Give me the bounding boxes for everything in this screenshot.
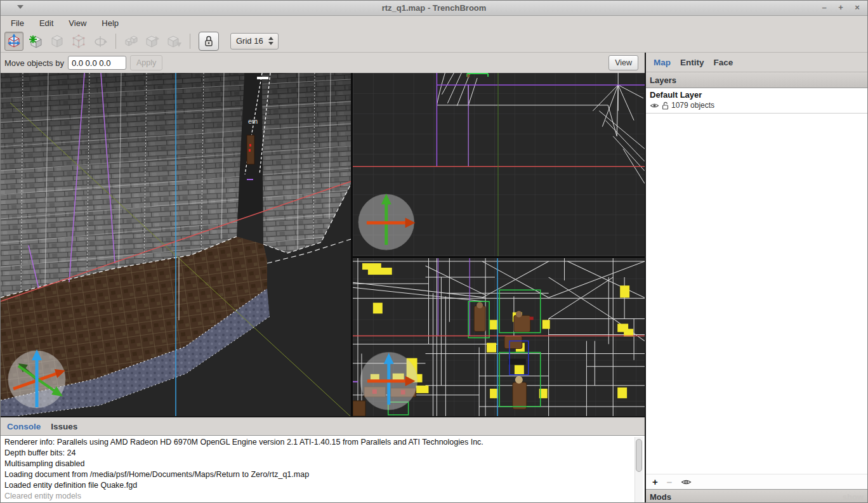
window-title: rtz_q1.map - TrenchBroom [1, 3, 867, 13]
move-objects-tool-button[interactable] [4, 32, 23, 51]
move-objects-label: Move objects by [4, 58, 64, 68]
entity-label-fragment: em [248, 117, 258, 125]
viewport-2d-top[interactable] [353, 73, 645, 256]
console-scrollbar[interactable] [635, 437, 643, 503]
vertex-tool-icon [71, 34, 86, 49]
viewport-3d[interactable]: em [1, 73, 351, 416]
clip-tool-button [48, 32, 67, 51]
grid-size-label: Grid 16 [231, 36, 266, 46]
console-line: Depth buffer bits: 24 [4, 448, 641, 459]
inspector-panel: Map Entity Face Layers Default Layer [645, 53, 867, 503]
tab-entity[interactable]: Entity [680, 58, 704, 67]
apply-button[interactable]: Apply [130, 55, 162, 70]
flip-vertical-tool-button [165, 32, 184, 51]
maximize-button[interactable]: + [836, 3, 846, 12]
vertex-tool-button [69, 32, 88, 51]
console-line: Multisampling disabled [4, 459, 641, 469]
console-output[interactable]: Renderer info: Parallels using AMD Radeo… [1, 435, 645, 503]
create-brush-tool-button[interactable] [26, 32, 45, 51]
toolbar: Grid 16 [1, 30, 867, 53]
layer-row-default[interactable]: Default Layer 1079 objects [646, 88, 867, 114]
mods-header-title: Mods [650, 492, 671, 502]
layers-header: Layers [646, 72, 867, 88]
rotate-tool-button [91, 32, 110, 51]
toolbar-separator [115, 34, 116, 49]
action-bar: Move objects by Apply View [1, 53, 645, 73]
create-brush-tool-icon [28, 34, 43, 49]
flip-horizontal-icon [145, 34, 161, 49]
viewport-area: em [1, 73, 645, 416]
tab-console[interactable]: Console [7, 422, 41, 431]
menu-help[interactable]: Help [94, 17, 126, 29]
add-layer-button[interactable]: + [652, 478, 658, 487]
titlebar[interactable]: rtz_q1.map - TrenchBroom – + × [1, 1, 867, 16]
layer-list[interactable]: Default Layer 1079 objects [646, 88, 867, 474]
console-line: Loading document from /media/psf/Home/Do… [4, 469, 641, 480]
console-line: Loaded entity definition file Quake.fgd [4, 480, 641, 491]
duplicate-objects-icon [124, 34, 139, 49]
lock-icon [203, 35, 214, 48]
menu-view[interactable]: View [61, 17, 94, 29]
grid-size-spin-arrows[interactable] [266, 37, 278, 45]
layer-controls: + – [646, 474, 867, 489]
layer-object-count: 1079 objects [671, 101, 714, 110]
inspector-tab-bar: Map Entity Face [646, 53, 867, 72]
flip-vertical-icon [167, 34, 182, 49]
toggle-visibility-eye-button[interactable] [681, 478, 692, 486]
spin-up-icon[interactable] [268, 37, 273, 40]
move-objects-tool-icon [6, 34, 22, 49]
flip-horizontal-tool-button [143, 32, 162, 51]
entity-dot [467, 74, 470, 77]
tab-face[interactable]: Face [714, 58, 733, 67]
console-line: Cleared entity models [4, 491, 641, 502]
clip-tool-icon [49, 34, 65, 49]
layer-name: Default Layer [650, 90, 864, 100]
spin-down-icon[interactable] [268, 42, 273, 45]
wireframe-highlight [257, 77, 268, 79]
duplicate-objects-tool-button [122, 32, 141, 51]
tab-map[interactable]: Map [654, 58, 671, 67]
rotate-tool-icon [93, 34, 108, 49]
layer-unlocked-icon[interactable] [662, 101, 669, 110]
layer-visible-eye-icon[interactable] [650, 102, 659, 109]
menubar: File Edit View Help [1, 16, 867, 30]
toolbar-separator [190, 34, 190, 49]
console-scrollbar-thumb[interactable] [636, 439, 642, 472]
view-dropdown-button[interactable]: View [608, 55, 638, 70]
mods-show-link[interactable]: show [843, 492, 864, 502]
menu-file[interactable]: File [3, 17, 32, 29]
minimize-button[interactable]: – [819, 3, 829, 12]
console-line: Renderer info: Parallels using AMD Radeo… [4, 437, 641, 448]
close-button[interactable]: × [852, 3, 862, 12]
viewport-2d-bottom[interactable] [353, 258, 645, 416]
compass-gizmo-bottom [360, 353, 418, 410]
console-panel: Console Issues Renderer info: Parallels … [1, 416, 645, 503]
trenchbroom-window: rtz_q1.map - TrenchBroom – + × File Edit… [0, 0, 868, 503]
menu-edit[interactable]: Edit [32, 17, 61, 29]
grid-size-spinner[interactable]: Grid 16 [230, 33, 279, 49]
console-tab-bar: Console Issues [1, 417, 645, 435]
tab-issues[interactable]: Issues [51, 422, 77, 431]
remove-layer-button: – [667, 478, 672, 487]
move-objects-input[interactable] [68, 56, 126, 70]
texture-lock-toggle-button[interactable] [199, 32, 219, 51]
mods-section: Mods show [646, 489, 867, 503]
